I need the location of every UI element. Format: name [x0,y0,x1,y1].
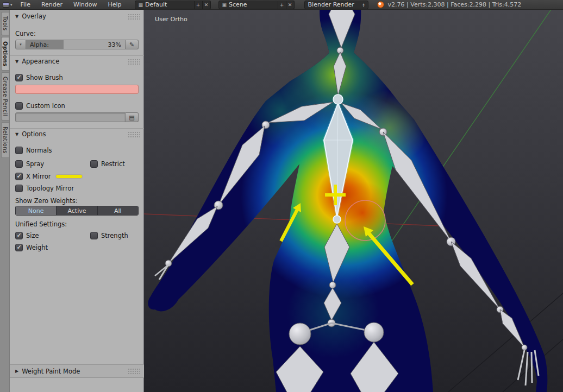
screen-layout-icon: ▦ [139,2,143,8]
show-brush-checkbox[interactable]: ✓ [15,74,23,81]
spray-label: Spray [26,160,44,168]
unified-settings-label: Unified Settings: [15,220,67,228]
scene-icon: ▣ [222,2,227,8]
alpha-slider-row: ▾ Alpha: 33% ✎ [15,40,139,49]
joint-sphere-hip-right [364,323,384,342]
custom-icon-path-input[interactable] [15,112,126,122]
triangle-right-icon: ▶ [15,369,18,374]
zero-weights-none-button[interactable]: None [16,206,56,215]
menu-help[interactable]: Help [102,0,127,10]
editor-type-selector[interactable]: ▾ [0,0,15,10]
weight-label: Weight [26,244,48,251]
restrict-checkbox[interactable] [90,160,98,168]
eyedropper-button[interactable]: ✎ [126,40,139,49]
options-panel-title: Options [22,130,46,138]
delete-scene-button[interactable]: ✕ [286,1,295,9]
options-panel-header[interactable]: ▼ Options [10,128,144,140]
editor-type-icon [3,2,9,8]
x-mirror-label: X Mirror [26,173,51,180]
curve-preset-button[interactable]: ▾ [15,40,26,49]
size-label: Size [26,232,39,239]
header-stats: v2.76 | Verts:2,308 | Faces:2,298 | Tris… [388,1,522,8]
zero-weights-segmented-control: None Active All [15,206,139,216]
overlay-panel-title: Overlay [22,12,46,20]
screen-layout-group: ▦ Default + ✕ [135,1,211,9]
restrict-label: Restrict [101,160,125,168]
zero-weights-all-button[interactable]: All [97,206,138,215]
updown-arrows-icon: ▴▾ [363,3,365,7]
add-layout-button[interactable]: + [195,1,203,9]
render-engine-dropdown[interactable]: Blender Render ▴▾ [304,1,368,9]
toolshelf-tab-strip: Tools Options Grease Pencil Relations [0,10,10,392]
custom-icon-label: Custom Icon [26,102,65,110]
annotation-highlight-mark [56,175,82,178]
show-brush-label: Show Brush [26,74,63,81]
menu-file[interactable]: File [15,0,36,10]
tab-options[interactable]: Options [1,37,9,71]
tab-tools[interactable]: Tools [1,12,9,35]
toolshelf-options-panel: ▼ Overlay Curve: ▾ Alpha: 33% ✎ ▼ Appear… [10,10,144,392]
blender-logo-icon [377,1,384,8]
strength-label: Strength [101,232,128,239]
screen-layout-value: Default [145,1,167,8]
joint-sphere [522,345,527,350]
menu-window[interactable]: Window [68,0,102,10]
weight-paint-mode-title: Weight Paint Mode [22,368,80,375]
panel-grip[interactable] [128,59,140,65]
tab-relations[interactable]: Relations [1,122,9,158]
weight-paint-mode-panel-header[interactable]: ▶ Weight Paint Mode [10,364,144,378]
joint-sphere [329,282,336,288]
appearance-panel-header[interactable]: ▼ Appearance [10,55,144,67]
viewport-canvas [144,0,563,392]
menu-render[interactable]: Render [36,0,68,10]
image-icon: ▤ [129,114,134,121]
view-name-label: User Ortho [155,16,187,23]
eyedropper-icon: ✎ [129,41,134,48]
chevron-down-icon: ▾ [10,3,12,7]
delete-layout-button[interactable]: ✕ [203,1,211,9]
triangle-down-icon: ▼ [15,59,18,64]
panel-grip[interactable] [128,14,140,20]
overlay-panel-header[interactable]: ▼ Overlay [10,11,144,22]
topology-mirror-label: Topology Mirror [26,185,74,192]
blender-window: User Ortho [0,0,563,392]
weight-checkbox[interactable]: ✓ [15,244,23,251]
zero-weights-active-button[interactable]: Active [56,206,97,215]
alpha-label: Alpha: [30,41,49,48]
add-scene-button[interactable]: + [278,1,286,9]
render-engine-value: Blender Render [308,1,354,8]
scene-dropdown[interactable]: ▣ Scene [218,1,278,9]
browse-image-button[interactable]: ▤ [126,112,139,122]
triangle-down-icon: ▼ [15,14,18,19]
screen-layout-dropdown[interactable]: ▦ Default [135,1,195,9]
triangle-down-icon: ▼ [15,132,18,137]
alpha-slider[interactable]: Alpha: 33% [26,40,126,49]
normals-checkbox[interactable] [15,147,23,154]
alpha-value: 33% [108,41,121,48]
3d-viewport[interactable]: User Ortho [144,0,563,392]
brush-color-swatch[interactable] [15,85,139,94]
custom-icon-field-row: ▤ [15,112,139,122]
show-zero-weights-label: Show Zero Weights: [15,197,78,205]
scene-value: Scene [229,1,247,8]
appearance-panel-title: Appearance [22,58,59,65]
curve-label: Curve: [15,30,36,37]
info-header: ▾ File Render Window Help ▦ Default + ✕ … [0,0,563,10]
weight-painted-mesh [148,0,547,392]
strength-checkbox[interactable] [90,232,98,239]
topology-mirror-checkbox[interactable] [15,185,23,192]
size-checkbox[interactable]: ✓ [15,232,23,239]
scene-group: ▣ Scene + ✕ [218,1,295,9]
normals-label: Normals [26,147,52,154]
custom-icon-checkbox[interactable] [15,102,23,110]
x-mirror-checkbox[interactable]: ✓ [15,173,23,180]
tab-grease-pencil[interactable]: Grease Pencil [1,72,9,121]
spray-checkbox[interactable] [15,160,23,168]
joint-sphere-hip-left [289,323,311,345]
panel-grip[interactable] [128,368,140,374]
panel-grip[interactable] [128,131,140,137]
